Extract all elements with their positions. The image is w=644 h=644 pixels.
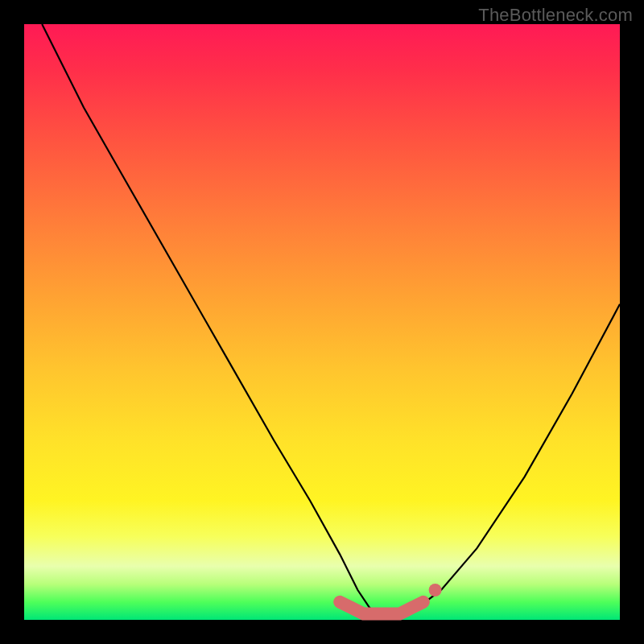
- highlight-markers: [340, 584, 441, 614]
- highlight-blob: [340, 602, 423, 614]
- gradient-plot-area: [24, 24, 620, 620]
- highlight-end-dot: [429, 584, 442, 597]
- bottleneck-curve: [42, 24, 620, 614]
- curve-layer: [24, 24, 620, 620]
- watermark-text: TheBottleneck.com: [478, 5, 633, 26]
- chart-frame: TheBottleneck.com: [0, 0, 644, 644]
